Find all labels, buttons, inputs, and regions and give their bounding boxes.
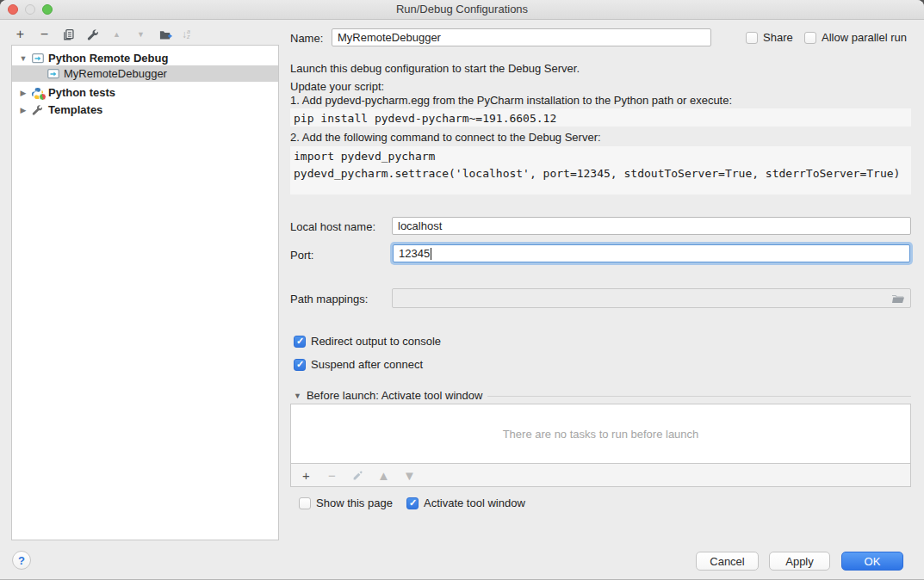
share-label: Share — [763, 31, 793, 44]
tree-item-label: Templates — [48, 103, 102, 116]
redirect-output-row: Redirect output to console — [294, 335, 441, 348]
share-checkbox[interactable] — [746, 32, 758, 44]
path-mappings-label: Path mappings: — [290, 293, 368, 305]
settrace-code-block: import pydevd_pycharm pydevd_pycharm.set… — [290, 146, 911, 194]
step1-text: 1. Add pydevd-pycharm.egg from the PyCha… — [290, 94, 732, 107]
show-this-page-row: Show this page — [299, 497, 393, 509]
help-button[interactable]: ? — [12, 551, 31, 570]
configurations-toolbar: + − ▲ ▼ ↓ az — [13, 26, 190, 43]
tree-item-templates[interactable]: ▶ Templates — [12, 102, 278, 118]
move-task-down-icon[interactable]: ▼ — [402, 467, 417, 483]
run-debug-configurations-dialog: Run/Debug Configurations + − ▲ ▼ ↓ az ▼ — [0, 0, 924, 580]
tests-badge — [39, 93, 47, 101]
ok-button[interactable]: OK — [841, 552, 903, 571]
allow-parallel-run-label: Allow parallel run — [822, 31, 907, 44]
port-input[interactable]: 12345 — [393, 244, 910, 262]
redirect-output-checkbox[interactable] — [294, 336, 306, 348]
local-host-label: Local host name: — [290, 220, 375, 233]
remove-configuration-icon[interactable]: − — [37, 27, 52, 42]
wrench-icon — [31, 104, 45, 116]
tree-item-myremotedebugger[interactable]: MyRemoteDebugger — [12, 65, 278, 82]
window-title: Run/Debug Configurations — [0, 0, 924, 19]
configurations-tree: ▼ Python Remote Debug MyRemoteDebugger ▶… — [11, 45, 279, 540]
show-this-page-label: Show this page — [316, 497, 393, 509]
tree-item-label: Python tests — [48, 86, 115, 99]
question-mark-icon: ? — [18, 554, 25, 567]
activate-tool-window-label: Activate tool window — [424, 497, 525, 509]
path-mappings-input[interactable] — [392, 288, 911, 308]
tree-item-python-remote-debug[interactable]: ▼ Python Remote Debug — [12, 50, 278, 66]
close-window-button[interactable] — [8, 4, 18, 15]
task-list-toolbar: + − ▲ ▼ — [290, 464, 911, 487]
move-down-icon[interactable]: ▼ — [133, 27, 148, 42]
allow-parallel-run-checkbox[interactable] — [804, 32, 816, 44]
port-value: 12345 — [399, 247, 430, 260]
before-launch-title: Before launch: Activate tool window — [307, 389, 483, 402]
pip-command-code: pip install pydevd-pycharm~=191.6605.12 — [290, 108, 911, 126]
tree-item-label: MyRemoteDebugger — [64, 67, 167, 80]
name-label: Name: — [290, 32, 323, 45]
python-tests-icon — [31, 87, 45, 99]
local-host-input[interactable] — [392, 217, 911, 235]
name-input[interactable] — [332, 28, 711, 46]
move-task-up-icon[interactable]: ▲ — [376, 467, 391, 483]
remote-debug-config-icon — [31, 52, 45, 65]
code-line-2: pydevd_pycharm.settrace('localhost', por… — [294, 165, 908, 182]
remote-debug-config-icon — [47, 68, 60, 80]
code-line-1: import pydevd_pycharm — [294, 148, 908, 165]
collapse-triangle-icon[interactable]: ▼ — [294, 392, 301, 400]
title-bar: Run/Debug Configurations — [0, 0, 924, 20]
show-this-page-checkbox[interactable] — [299, 497, 311, 509]
apply-button[interactable]: Apply — [769, 552, 830, 571]
empty-task-text: There are no tasks to run before launch — [503, 428, 699, 441]
before-launch-task-list[interactable]: There are no tasks to run before launch — [290, 404, 911, 464]
minimize-window-button — [25, 4, 35, 15]
chevron-right-icon[interactable]: ▶ — [19, 106, 28, 114]
chevron-down-icon[interactable]: ▼ — [19, 54, 28, 63]
add-task-icon[interactable]: + — [299, 467, 313, 483]
add-configuration-icon[interactable]: + — [13, 27, 28, 42]
port-label: Port: — [290, 249, 313, 262]
description-text: Launch this debug configuration to start… — [290, 62, 580, 75]
allow-parallel-checkbox-row: Allow parallel run — [804, 31, 907, 44]
remove-task-icon[interactable]: − — [325, 467, 339, 483]
zoom-window-button[interactable] — [42, 4, 53, 15]
suspend-after-connect-label: Suspend after connect — [311, 358, 423, 371]
tree-item-python-tests[interactable]: ▶ Python tests — [12, 84, 278, 101]
new-folder-icon[interactable] — [158, 27, 172, 42]
tree-item-label: Python Remote Debug — [48, 52, 168, 65]
move-up-icon[interactable]: ▲ — [109, 27, 124, 42]
activate-tool-window-row: Activate tool window — [406, 497, 525, 509]
share-checkbox-row: Share — [746, 31, 793, 44]
redirect-output-label: Redirect output to console — [311, 335, 441, 348]
folder-icon[interactable] — [891, 293, 905, 305]
chevron-right-icon[interactable]: ▶ — [19, 89, 28, 97]
sort-alphabetically-icon[interactable]: ↓ az — [182, 28, 190, 40]
suspend-after-connect-row: Suspend after connect — [294, 358, 423, 371]
update-script-text: Update your script: — [290, 80, 384, 93]
text-caret — [431, 248, 431, 260]
header-separator — [487, 396, 911, 397]
suspend-after-connect-checkbox[interactable] — [294, 359, 306, 371]
edit-templates-icon[interactable] — [85, 27, 100, 42]
copy-configuration-icon[interactable] — [61, 27, 76, 42]
step2-text: 2. Add the following command to connect … — [290, 131, 601, 144]
before-launch-header[interactable]: ▼ Before launch: Activate tool window — [294, 389, 911, 402]
cancel-button[interactable]: Cancel — [696, 552, 759, 571]
activate-tool-window-checkbox[interactable] — [406, 497, 419, 509]
edit-task-icon[interactable] — [350, 467, 365, 483]
